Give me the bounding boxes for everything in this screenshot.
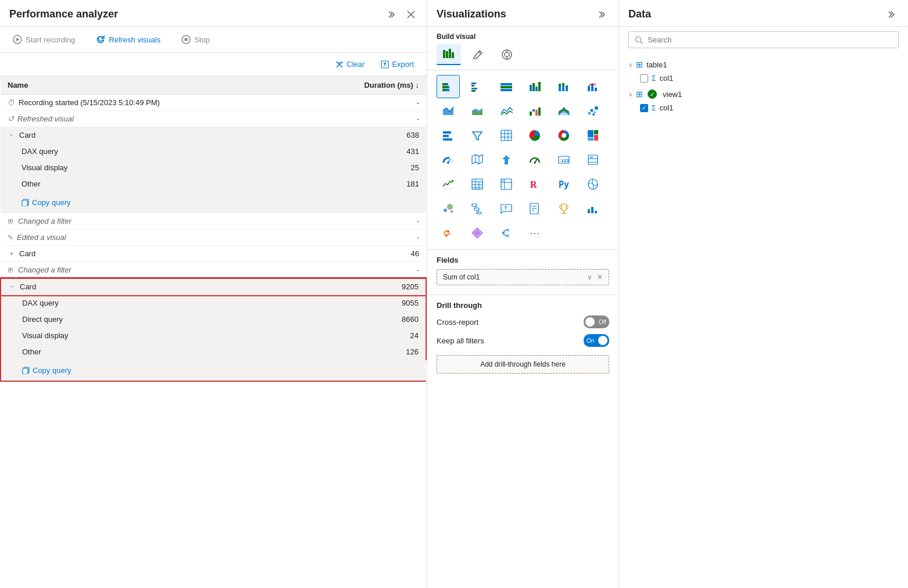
- svg-rect-111: [595, 211, 597, 213]
- svg-point-50: [588, 112, 591, 114]
- field-chevron-down-button[interactable]: ∨: [587, 273, 592, 281]
- collapse-icon[interactable]: −: [8, 131, 16, 139]
- visualizations-panel: Visualizations Build visual: [427, 0, 619, 588]
- export-button[interactable]: Export: [377, 58, 417, 71]
- card-number-icon[interactable]: 123: [552, 148, 575, 171]
- matrix-visual-icon[interactable]: [495, 173, 518, 196]
- start-recording-button[interactable]: Start recording: [9, 33, 78, 46]
- svg-point-51: [591, 109, 594, 112]
- svg-rect-29: [501, 89, 512, 91]
- field-remove-button[interactable]: ✕: [597, 273, 603, 281]
- bar-horizontal-icon[interactable]: [437, 124, 460, 147]
- tree-item-view1[interactable]: ∨ ⊞ ✓ view1: [628, 87, 899, 101]
- donut-chart-icon[interactable]: [552, 124, 575, 147]
- search-input[interactable]: [648, 35, 892, 44]
- checkbox-view1-col1[interactable]: ✓: [640, 104, 648, 112]
- svg-point-115: [449, 234, 451, 235]
- slicer-icon[interactable]: [581, 148, 605, 171]
- clustered-col-icon[interactable]: [523, 75, 546, 98]
- collapse-data-button[interactable]: [886, 9, 899, 20]
- duration-column-header: Duration (ms) ↓: [301, 76, 426, 95]
- sigma-icon-view1-col1: Σ: [652, 104, 656, 112]
- collapse-icon-2[interactable]: −: [8, 283, 16, 291]
- expand-icon[interactable]: +: [8, 250, 16, 258]
- double-arrow-icon[interactable]: [495, 221, 518, 245]
- speedometer-icon[interactable]: [523, 148, 546, 171]
- svg-text:?: ?: [504, 205, 507, 211]
- svg-text:Py: Py: [559, 180, 569, 190]
- tree-label-table1: table1: [646, 60, 667, 69]
- actions-row: Clear Export: [0, 53, 427, 76]
- cross-report-toggle[interactable]: Off: [584, 315, 609, 328]
- matrix-icon[interactable]: [495, 124, 518, 147]
- keep-all-filters-label: Keep all filters: [437, 336, 484, 345]
- svg-rect-109: [588, 209, 590, 213]
- table-visual-icon[interactable]: [466, 173, 489, 196]
- area-chart-icon[interactable]: [437, 99, 460, 123]
- tree-item-view1-col1[interactable]: ✓ Σ col1: [628, 101, 899, 114]
- treemap-icon[interactable]: [581, 124, 605, 147]
- svg-rect-99: [477, 212, 481, 214]
- analytics-tab[interactable]: [495, 44, 519, 65]
- bar-small-icon[interactable]: [581, 197, 605, 220]
- search-box: [628, 31, 899, 48]
- tree-item-table1-col1[interactable]: Σ col1: [628, 71, 899, 85]
- copy-query-button[interactable]: Copy query: [22, 196, 70, 209]
- close-panel-button[interactable]: [405, 9, 417, 20]
- svg-rect-25: [471, 88, 477, 89]
- r-visual-icon[interactable]: R: [523, 173, 546, 196]
- diamond-icon[interactable]: [466, 221, 489, 245]
- table-row: ⛨ Changed a filter -: [1, 262, 426, 279]
- python-visual-icon[interactable]: Py: [552, 173, 575, 196]
- chevron-down-icon-2: ∨: [628, 91, 632, 98]
- trophy-icon[interactable]: [552, 197, 575, 220]
- stacked-col-icon[interactable]: [552, 75, 575, 98]
- map-icon[interactable]: [466, 148, 489, 171]
- checkbox-table1-col1[interactable]: [640, 74, 648, 83]
- table-row: DAX query 431: [1, 144, 426, 160]
- arrow-up-icon[interactable]: [495, 148, 518, 171]
- build-visual-label: Build visual: [427, 27, 619, 44]
- format-visual-tab[interactable]: [466, 44, 490, 65]
- kpi-icon[interactable]: [437, 173, 460, 196]
- gauge-chart-icon[interactable]: [437, 148, 460, 171]
- scatter-bubble-icon[interactable]: [437, 197, 460, 220]
- filter-icon: ⛨: [8, 217, 15, 225]
- area-chart-2-icon[interactable]: [466, 99, 489, 123]
- more-visuals-icon[interactable]: ···: [523, 221, 546, 245]
- performance-analyzer-panel: Performance analyzer Start recording: [0, 0, 427, 588]
- copy-query-button-2[interactable]: Copy query: [22, 364, 71, 377]
- tree-item-table1[interactable]: ∨ ⊞ table1: [628, 58, 899, 71]
- svg-rect-65: [594, 130, 598, 134]
- svg-point-94: [444, 209, 447, 212]
- filled-map-2-icon[interactable]: [437, 221, 460, 245]
- stacked-bar-chart-icon[interactable]: [437, 75, 460, 98]
- filter-visual-icon[interactable]: [466, 124, 489, 147]
- clustered-bar-chart-icon[interactable]: [466, 75, 489, 98]
- viz-title: Visualizations: [437, 8, 506, 20]
- filled-map-icon[interactable]: [581, 173, 605, 196]
- collapse-panel-button[interactable]: [386, 9, 399, 20]
- waterfall-chart-icon[interactable]: [523, 99, 546, 123]
- pie-chart-icon[interactable]: [523, 124, 546, 147]
- keep-filters-toggle[interactable]: On: [584, 334, 609, 347]
- ribbon-chart-icon[interactable]: [552, 99, 575, 123]
- line-col-chart-icon[interactable]: [581, 75, 605, 98]
- refresh-visuals-button[interactable]: Refresh visuals: [92, 33, 164, 46]
- build-visual-tab[interactable]: [437, 44, 461, 65]
- scatter-chart-icon[interactable]: [581, 99, 605, 123]
- svg-rect-47: [532, 109, 535, 112]
- line-area-chart-icon[interactable]: [495, 99, 518, 123]
- svg-point-14: [505, 52, 509, 57]
- add-drill-through-button[interactable]: Add drill-through fields here: [437, 355, 609, 374]
- stop-button[interactable]: Stop: [178, 33, 213, 46]
- tree-label-view1-col1: col1: [659, 103, 673, 112]
- hierarchy-slicer-icon[interactable]: [466, 197, 489, 220]
- clear-button[interactable]: Clear: [332, 58, 368, 71]
- stacked-bar-100-icon[interactable]: [495, 75, 518, 98]
- collapse-viz-button[interactable]: [596, 9, 609, 20]
- chat-icon[interactable]: ?: [495, 197, 518, 220]
- report-icon[interactable]: [523, 197, 546, 220]
- name-column-header: Name: [1, 76, 301, 95]
- svg-point-72: [534, 162, 536, 164]
